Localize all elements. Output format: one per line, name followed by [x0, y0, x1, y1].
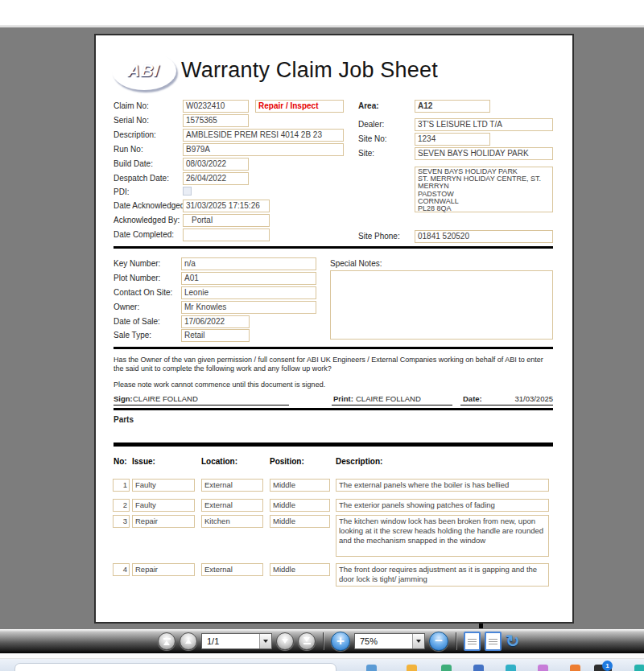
fit-width-icon — [468, 639, 477, 640]
part-row-position[interactable]: Middle — [270, 499, 330, 512]
fit-page-button[interactable] — [485, 632, 502, 651]
serial-no-label: Serial No: — [114, 116, 149, 125]
area-field[interactable]: A12 — [415, 100, 490, 113]
date-completed-label: Date Completed: — [114, 230, 174, 239]
part-row-location[interactable]: External — [201, 499, 263, 512]
part-row-description[interactable]: The exterior panels showing patches of f… — [336, 499, 549, 512]
part-row-no[interactable]: 1 — [113, 479, 130, 492]
acknowledged-by-field[interactable]: Portal — [183, 214, 270, 227]
taskbar-search-box[interactable] — [14, 663, 336, 671]
acknowledged-by-label: Acknowledged By: — [114, 216, 180, 224]
site-no-field[interactable]: 1234 — [415, 133, 490, 146]
dealer-label: Dealer: — [358, 120, 384, 129]
page-indicator: 1/1 — [202, 634, 259, 648]
taskbar-app-icon[interactable] — [634, 665, 644, 671]
date-of-sale-field[interactable]: 17/06/2022 — [181, 315, 250, 328]
dealer-field[interactable]: 3T'S LEISURE LTD T/A — [415, 118, 553, 131]
special-notes-field[interactable] — [330, 270, 553, 340]
date-acknowledged-label: Date Acknowledged: — [114, 201, 187, 210]
part-row-no[interactable]: 4 — [113, 563, 130, 576]
part-row-position[interactable]: Middle — [270, 479, 330, 492]
fit-page-icon — [489, 639, 497, 640]
owner-field[interactable]: Mr Knowles — [181, 301, 316, 314]
part-row-issue[interactable]: Faulty — [132, 499, 195, 512]
print-value: CLAIRE FOLLAND — [356, 394, 421, 403]
page-number-combo[interactable]: 1/1 — [201, 633, 272, 649]
previous-page-button[interactable] — [180, 632, 197, 650]
run-no-field[interactable]: B979A — [183, 143, 344, 156]
arrow-up-icon — [185, 639, 192, 644]
pdf-viewer-canvas: ABI Warranty Claim Job Sheet Claim No: W… — [0, 27, 644, 629]
page-combo-dropdown-button[interactable] — [259, 634, 271, 648]
taskbar-app-icon[interactable] — [506, 665, 516, 671]
zoom-out-button[interactable]: − — [429, 632, 448, 651]
sale-type-field[interactable]: Retail — [181, 329, 250, 342]
parts-header-location: Location: — [201, 457, 237, 466]
taskbar-app-icon[interactable] — [441, 665, 452, 671]
contact-on-site-label: Contact On Site: — [114, 288, 172, 297]
part-row-location[interactable]: External — [201, 479, 263, 492]
part-row-issue[interactable]: Repair — [132, 515, 195, 528]
part-row-description[interactable]: The external panels where the boiler is … — [336, 479, 549, 492]
parts-header-issue: Issue: — [132, 457, 155, 466]
part-row-location[interactable]: Kitchen — [201, 515, 263, 528]
taskbar-app-icon[interactable] — [570, 665, 580, 671]
rotate-icon: ↻ — [506, 632, 520, 650]
rotate-view-button[interactable]: ↻ — [506, 632, 520, 650]
toolbar-separator — [456, 632, 456, 650]
zoom-combo-dropdown-button[interactable] — [412, 634, 424, 648]
parts-section-title: Parts — [114, 415, 134, 424]
sign-underline — [114, 405, 289, 405]
serial-no-field[interactable]: 1575365 — [183, 114, 249, 127]
claim-no-field[interactable]: W0232410 — [183, 100, 249, 113]
taskbar-app-icon[interactable] — [473, 665, 484, 671]
toolbar-separator — [323, 632, 324, 650]
area-label: Area: — [358, 101, 379, 110]
part-row-description[interactable]: The kitchen window lock has been broken … — [336, 515, 549, 557]
taskbar-app-icon[interactable] — [407, 665, 417, 671]
plot-number-label: Plot Number: — [114, 274, 160, 282]
site-no-label: Site No: — [358, 134, 387, 143]
section-divider — [114, 246, 553, 249]
date-acknowledged-field[interactable]: 31/03/2025 17:15:26 — [183, 200, 270, 212]
part-row-issue[interactable]: Repair — [132, 563, 195, 576]
consent-note-text: Please note work cannot commence until t… — [114, 381, 553, 389]
part-row-position[interactable]: Middle — [270, 515, 330, 528]
warranty-claim-document-page: ABI Warranty Claim Job Sheet Claim No: W… — [94, 34, 574, 624]
site-address-line: PL28 8QA — [418, 205, 550, 212]
arrow-down-icon — [282, 639, 288, 644]
last-page-button[interactable] — [298, 632, 316, 650]
description-field[interactable]: AMBLESIDE PREM RESI 4014 2B 23 — [183, 129, 344, 142]
part-row-position[interactable]: Middle — [270, 563, 330, 576]
pdf-viewer-toolbar: 1/1 + 75% − ↻ — [0, 629, 644, 653]
pdi-checkbox[interactable] — [183, 187, 192, 196]
despatch-date-field[interactable]: 26/04/2022 — [183, 172, 249, 185]
claim-type-field[interactable]: Repair / Inspect — [255, 100, 344, 113]
chevron-down-icon — [416, 640, 421, 643]
chevron-down-icon — [263, 640, 268, 643]
part-row-location[interactable]: External — [201, 563, 263, 576]
part-row-issue[interactable]: Faulty — [132, 479, 195, 492]
next-page-button[interactable] — [276, 632, 294, 650]
site-phone-field[interactable]: 01841 520520 — [415, 230, 553, 243]
part-row-description[interactable]: The front door requires adjustment as it… — [336, 563, 549, 587]
key-number-field[interactable]: n/a — [181, 257, 316, 270]
document-title: Warranty Claim Job Sheet — [181, 58, 438, 83]
first-page-button[interactable] — [158, 632, 175, 650]
contact-on-site-field[interactable]: Leonie — [181, 286, 316, 299]
zoom-level-combo[interactable]: 75% — [354, 633, 425, 649]
build-date-field[interactable]: 08/03/2022 — [183, 158, 249, 171]
taskbar-app-icon[interactable] — [538, 665, 548, 671]
site-address-field[interactable]: SEVEN BAYS HOLIDAY PARK ST. MERRYN HOLID… — [415, 167, 553, 212]
run-no-label: Run No: — [114, 145, 143, 154]
zoom-in-button[interactable]: + — [331, 632, 350, 651]
parts-header-position: Position: — [270, 457, 304, 466]
fit-width-button[interactable] — [464, 632, 481, 651]
site-field[interactable]: SEVEN BAYS HOLIDAY PARK — [415, 147, 553, 160]
part-row-no[interactable]: 3 — [113, 515, 130, 528]
date-completed-field[interactable] — [183, 228, 270, 241]
plot-number-field[interactable]: A01 — [181, 272, 316, 285]
parts-header-description: Description: — [336, 457, 382, 466]
taskbar-app-icon[interactable] — [366, 665, 377, 671]
part-row-no[interactable]: 2 — [113, 499, 130, 512]
